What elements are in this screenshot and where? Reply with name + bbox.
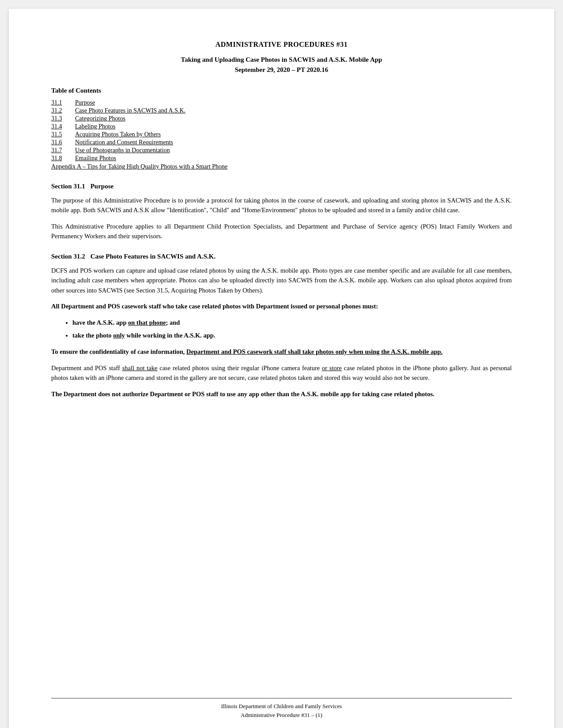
list-item: 31.6 Notification and Consent Requiremen… — [51, 139, 512, 146]
toc-heading: Table of Contents — [51, 87, 512, 94]
toc-num: 31.1 — [51, 99, 75, 107]
underline-or-store: or store — [322, 364, 342, 372]
toc-num: 31.8 — [51, 154, 75, 162]
table-of-contents: Table of Contents 31.1 Purpose 31.2 Case… — [51, 87, 512, 170]
toc-num: 31.5 — [51, 131, 75, 139]
confidentiality-paragraph: To ensure the confidentiality of case in… — [51, 347, 512, 356]
section-title: Case Photo Features in SACWIS and A.S.K. — [91, 253, 216, 260]
section-title: Purpose — [91, 183, 114, 190]
toc-num: 31.7 — [51, 146, 75, 154]
toc-label: Categorizing Photos — [75, 115, 512, 123]
toc-num: 31.3 — [51, 115, 75, 123]
toc-label: Labeling Photos — [75, 123, 512, 131]
underline-only: only — [113, 332, 125, 339]
admin-procedures-title: ADMINISTRATIVE PROCEDURES #31 — [51, 41, 512, 49]
section-num: Section 31.2 — [51, 253, 85, 260]
underline-shall-not-take: shall not take — [122, 364, 158, 372]
list-item: 31.3 Categorizing Photos — [51, 115, 512, 123]
footer-line2: Administrative Procedure #31 – (1) — [51, 711, 512, 720]
section-31-2: Section 31.2Case Photo Features in SACWI… — [51, 253, 512, 399]
bullet-list: have the A.S.K. app on that phone; and t… — [72, 318, 512, 341]
toc-appendix: Appendix A – Tips for Taking High Qualit… — [51, 163, 512, 170]
toc-label: Purpose — [75, 99, 512, 107]
section-31-2-heading: Section 31.2Case Photo Features in SACWI… — [51, 253, 512, 260]
page: ADMINISTRATIVE PROCEDURES #31 Taking and… — [9, 9, 554, 728]
toc-label: Emailing Photos — [75, 154, 512, 162]
list-item: 31.8 Emailing Photos — [51, 154, 512, 162]
section-31-2-para1: DCFS and POS workers can capture and upl… — [51, 266, 512, 295]
list-item: 31.2 Case Photo Features in SACWIS and A… — [51, 107, 512, 115]
toc-label: Acquiring Photos Taken by Others — [75, 131, 512, 139]
list-item: 31.5 Acquiring Photos Taken by Others — [51, 131, 512, 139]
toc-num: 31.4 — [51, 123, 75, 131]
section-31-1-para2: This Administrative Procedure applies to… — [51, 221, 512, 241]
page-footer: Illinois Department of Children and Fami… — [51, 698, 512, 719]
section-31-2-bold-para: All Department and POS casework staff wh… — [51, 301, 512, 311]
toc-num: 31.6 — [51, 139, 75, 146]
page-header: ADMINISTRATIVE PROCEDURES #31 Taking and… — [51, 41, 512, 75]
title-line1: Taking and Uploading Case Photos in SACW… — [181, 56, 382, 63]
toc-label: Notification and Consent Requirements — [75, 139, 512, 146]
title-line2: September 29, 2020 – PT 2020.16 — [235, 66, 329, 73]
toc-num: 31.2 — [51, 107, 75, 115]
underline-on-that-phone: on that phone — [128, 319, 166, 326]
bullet-item-1: have the A.S.K. app on that phone; and — [72, 318, 512, 328]
section-num: Section 31.1 — [51, 183, 85, 190]
document-title: Taking and Uploading Case Photos in SACW… — [51, 55, 512, 75]
footer-line1: Illinois Department of Children and Fami… — [51, 702, 512, 711]
toc-label: Use of Photographs in Documentation — [75, 146, 512, 154]
toc-label: Case Photo Features in SACWIS and A.S.K. — [75, 107, 512, 115]
bullet-item-2: take the photo only while working in the… — [72, 330, 512, 341]
toc-table: 31.1 Purpose 31.2 Case Photo Features in… — [51, 99, 512, 162]
confidentiality-underline: Department and POS casework staff shall … — [186, 348, 442, 355]
section-31-1-para1: The purpose of this Administrative Proce… — [51, 195, 512, 215]
list-item: 31.1 Purpose — [51, 99, 512, 107]
section-31-2-bold-para2: The Department does not authorize Depart… — [51, 389, 512, 399]
section-31-1: Section 31.1Purpose The purpose of this … — [51, 183, 512, 241]
section-31-1-heading: Section 31.1Purpose — [51, 183, 512, 190]
list-item: 31.7 Use of Photographs in Documentation — [51, 146, 512, 154]
section-31-2-para2: Department and POS staff shall not take … — [51, 363, 512, 383]
list-item: 31.4 Labeling Photos — [51, 123, 512, 131]
